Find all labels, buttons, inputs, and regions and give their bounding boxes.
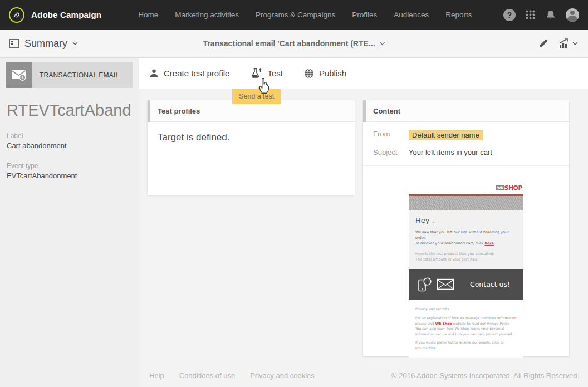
send-a-test-tooltip: Send a test: [232, 89, 281, 104]
field-event-type: Event type EVTcartAbandonment: [7, 162, 132, 180]
footer-privacy-link[interactable]: Privacy and cookies: [250, 371, 315, 380]
app-grid-icon[interactable]: [525, 9, 536, 20]
globe-icon: [304, 68, 314, 79]
nav-programs-campaigns[interactable]: Programs & Campaigns: [256, 11, 335, 19]
type-badge: TRANSACTIONAL EMAIL: [6, 62, 133, 88]
edit-pencil-icon[interactable]: [538, 38, 548, 48]
from-row: From Default sender name: [363, 130, 569, 140]
field-value: EVTcartAbandonment: [7, 172, 132, 180]
unsub-suffix: .: [435, 346, 437, 350]
email-greeting: Hey ,: [415, 216, 517, 224]
email-banner-image: [409, 196, 523, 210]
summary-view-dropdown[interactable]: Summary: [9, 38, 78, 50]
privacy-brand: WE Shop: [435, 321, 452, 325]
brand-title: Adobe Campaign: [31, 10, 101, 19]
unsub-prefix: If you would prefer not to receive our e…: [415, 340, 504, 344]
action-toolbar: Create test profile Test Publish: [139, 58, 588, 89]
transactional-email-icon: [6, 62, 32, 88]
subject-value: Your left items in your cart: [409, 148, 492, 156]
footer-conditions-link[interactable]: Conditions of use: [179, 371, 235, 380]
page-title-dropdown[interactable]: Transactional email 'Cart abandonment (R…: [203, 39, 385, 48]
create-test-profile-button[interactable]: Create test profile: [149, 68, 229, 78]
divider: [363, 165, 569, 166]
adobe-campaign-logo-icon[interactable]: [9, 7, 24, 23]
email-line2-prefix: To recover your abandoned cart, click: [415, 241, 484, 246]
email-body-section: Hey , We saw that you left our site with…: [409, 210, 523, 269]
contact-icons: [418, 276, 454, 293]
bar-actions: [538, 38, 578, 49]
publish-label: Publish: [319, 68, 346, 78]
unsubscribe-link[interactable]: unsubscribe: [415, 346, 435, 350]
adobe-campaign-brand: Adobe Campaign: [9, 7, 101, 23]
privacy-paragraph: For an explanation of how we manage cust…: [415, 315, 517, 336]
main-nav: Home Marketing activities Programs & Cam…: [138, 11, 472, 19]
view-bar: Summary Transactional email 'Cart abando…: [0, 30, 588, 58]
email-line2-suffix: .: [494, 241, 495, 246]
top-navbar: Adobe Campaign Home Marketing activities…: [0, 0, 588, 30]
nav-audiences[interactable]: Audiences: [394, 11, 429, 19]
person-icon: [149, 68, 159, 78]
privacy-title: Privacy and security.: [415, 306, 517, 312]
left-sidebar: TRANSACTIONAL EMAIL RTEVTcartAband... La…: [0, 58, 139, 387]
content-panel: Content From Default sender name Subject…: [363, 100, 569, 356]
content-header: Content: [363, 100, 569, 122]
subject-label: Subject: [373, 148, 409, 156]
publish-button[interactable]: Publish: [304, 68, 346, 79]
email-contact-bar: Contact us!: [409, 269, 523, 300]
email-privacy-section: Privacy and security. For an explanation…: [409, 300, 523, 358]
summary-layout-icon: [9, 39, 19, 48]
field-caption: Label: [7, 132, 132, 140]
phone-chat-icon: [418, 276, 432, 293]
unsubscribe-line: If you would prefer not to receive our e…: [415, 340, 517, 350]
from-label: From: [373, 130, 409, 138]
help-icon[interactable]: ?: [503, 9, 516, 21]
from-value-highlight: Default sender name: [409, 130, 483, 140]
test-profiles-message: Target is defined.: [148, 122, 355, 153]
field-label: Label Cart abandonment: [7, 132, 132, 150]
logo-shop: SHOP: [504, 184, 522, 192]
weshop-logo: WESHOP: [409, 178, 523, 194]
chevron-down-icon: [572, 42, 578, 45]
logo-we: WE: [496, 185, 504, 190]
footer: Help Conditions of use Privacy and cooki…: [139, 364, 588, 387]
subject-row: Subject Your left items in your cart: [363, 148, 569, 156]
mail-envelope-icon: [437, 278, 454, 290]
field-value: Cart abandonment: [7, 141, 132, 150]
test-label: Test: [267, 68, 283, 78]
entity-name: RTEVTcartAband...: [7, 101, 132, 120]
reports-dropdown[interactable]: [558, 38, 578, 49]
email-here-link[interactable]: here: [484, 241, 494, 246]
page-title: Transactional email 'Cart abandonment (R…: [203, 39, 375, 48]
email-line4: The total amount in your cart was:: [415, 257, 478, 262]
user-avatar-icon[interactable]: [566, 8, 579, 22]
chevron-down-icon: [380, 42, 385, 45]
main-content: Send a test Test profiles Target is defi…: [139, 89, 588, 387]
email-paragraph-muted: Here is the last product that you consul…: [415, 251, 517, 262]
summary-label: Summary: [24, 38, 67, 50]
field-caption: Event type: [7, 162, 132, 170]
topbar-icons: ?: [503, 8, 579, 22]
email-preview: WESHOP Hey , We saw that you left our si…: [409, 178, 523, 358]
email-line1: We saw that you left our site without fi…: [415, 230, 509, 240]
footer-help-link[interactable]: Help: [149, 371, 164, 380]
chart-bars-icon: [558, 38, 571, 49]
test-profiles-panel: Test profiles Target is defined.: [148, 100, 355, 195]
chevron-down-icon: [72, 42, 78, 45]
email-paragraph: We saw that you left our site without fi…: [415, 229, 517, 246]
nav-marketing-activities[interactable]: Marketing activities: [175, 11, 239, 19]
create-test-profile-label: Create test profile: [164, 68, 229, 78]
nav-home[interactable]: Home: [138, 11, 158, 19]
type-badge-label: TRANSACTIONAL EMAIL: [32, 62, 133, 88]
copyright-text: © 2016 Adobe Systems Incorporated. All R…: [391, 371, 579, 380]
flask-test-icon: [251, 68, 262, 79]
tooltip-text: Send a test: [239, 92, 274, 100]
nav-reports[interactable]: Reports: [445, 11, 472, 19]
test-button[interactable]: Test: [251, 68, 283, 79]
contact-us-label: Contact us!: [470, 280, 510, 288]
hand-cursor-icon: [257, 78, 271, 94]
email-line3: Here is the last product that you consul…: [415, 252, 494, 256]
notifications-bell-icon[interactable]: [545, 9, 556, 21]
nav-profiles[interactable]: Profiles: [352, 11, 377, 19]
